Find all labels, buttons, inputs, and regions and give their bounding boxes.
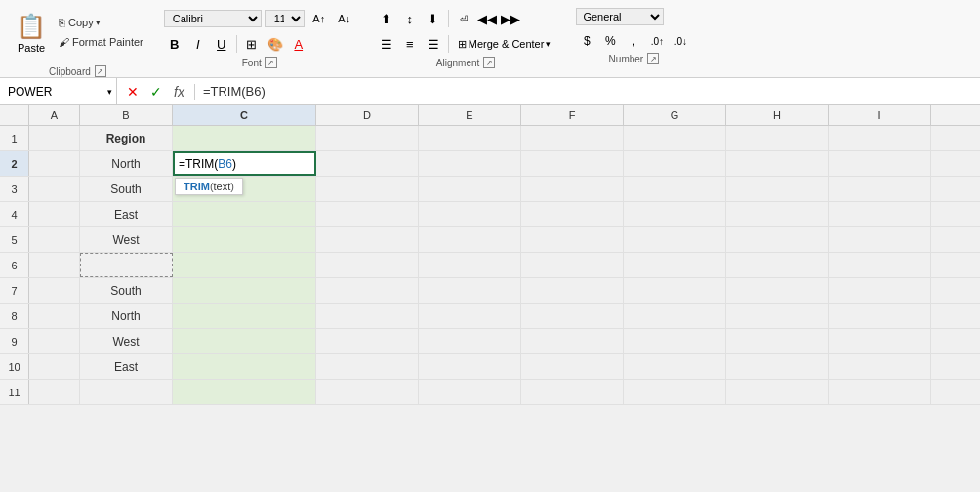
cell-c11[interactable] bbox=[173, 380, 316, 404]
cell-h5[interactable] bbox=[726, 227, 829, 252]
row-header-10[interactable]: 10 bbox=[0, 354, 29, 379]
cell-d6[interactable] bbox=[316, 253, 419, 277]
cell-f1[interactable] bbox=[521, 126, 624, 150]
cell-a11[interactable] bbox=[29, 380, 80, 404]
cell-g11[interactable] bbox=[624, 380, 726, 404]
cell-a7[interactable] bbox=[29, 278, 80, 303]
cell-a3[interactable] bbox=[29, 177, 80, 201]
cell-b5[interactable]: West bbox=[80, 227, 173, 252]
cell-f3[interactable] bbox=[521, 177, 624, 201]
cell-c1[interactable] bbox=[173, 126, 316, 150]
cell-i11[interactable] bbox=[829, 380, 931, 404]
cell-i6[interactable] bbox=[829, 253, 931, 277]
indent-right-btn[interactable]: ▶▶ bbox=[500, 8, 521, 29]
cell-d5[interactable] bbox=[316, 227, 419, 252]
cell-a1[interactable] bbox=[29, 126, 80, 150]
cell-e11[interactable] bbox=[419, 380, 521, 404]
cell-g8[interactable] bbox=[624, 304, 726, 328]
cell-c9[interactable] bbox=[173, 329, 316, 353]
formula-input[interactable] bbox=[195, 84, 980, 99]
cell-e10[interactable] bbox=[419, 354, 521, 379]
cell-c8[interactable] bbox=[173, 304, 316, 328]
copy-button[interactable]: ⎘ Copy ▾ bbox=[55, 15, 147, 30]
cell-i9[interactable] bbox=[829, 329, 931, 353]
cell-e1[interactable] bbox=[419, 126, 521, 150]
cell-g1[interactable] bbox=[624, 126, 726, 150]
cell-b6[interactable] bbox=[80, 253, 173, 277]
font-name-select[interactable]: Calibri bbox=[164, 10, 262, 27]
cell-g10[interactable] bbox=[624, 354, 726, 379]
cell-d1[interactable] bbox=[316, 126, 419, 150]
cell-f11[interactable] bbox=[521, 380, 624, 404]
cell-h10[interactable] bbox=[726, 354, 829, 379]
cell-e4[interactable] bbox=[419, 202, 521, 226]
align-middle-btn[interactable]: ↕ bbox=[399, 8, 421, 29]
cell-f9[interactable] bbox=[521, 329, 624, 353]
increase-decimal-btn[interactable]: .0↑ bbox=[646, 31, 668, 51]
cell-d3[interactable] bbox=[316, 177, 419, 201]
cell-i8[interactable] bbox=[829, 304, 931, 328]
row-header-8[interactable]: 8 bbox=[0, 304, 29, 328]
cell-f6[interactable] bbox=[521, 253, 624, 277]
row-header-1[interactable]: 1 bbox=[0, 126, 29, 150]
cell-f8[interactable] bbox=[521, 304, 624, 328]
cell-g6[interactable] bbox=[624, 253, 726, 277]
cell-h6[interactable] bbox=[726, 253, 829, 277]
cell-d11[interactable] bbox=[316, 380, 419, 404]
col-header-f[interactable]: F bbox=[521, 105, 624, 125]
cell-b10[interactable]: East bbox=[80, 354, 173, 379]
col-header-i[interactable]: I bbox=[829, 105, 931, 125]
cell-f4[interactable] bbox=[521, 202, 624, 226]
cell-a5[interactable] bbox=[29, 227, 80, 252]
cell-a8[interactable] bbox=[29, 304, 80, 328]
number-dialog-launcher[interactable]: ↗ bbox=[647, 53, 659, 64]
format-painter-button[interactable]: 🖌 Format Painter bbox=[55, 34, 147, 50]
cell-a2[interactable] bbox=[29, 151, 80, 176]
cell-d8[interactable] bbox=[316, 304, 419, 328]
cell-h9[interactable] bbox=[726, 329, 829, 353]
cell-c10[interactable] bbox=[173, 354, 316, 379]
merge-center-dropdown-icon[interactable]: ▾ bbox=[546, 39, 551, 49]
currency-btn[interactable]: $ bbox=[576, 31, 597, 51]
cell-d7[interactable] bbox=[316, 278, 419, 303]
comma-btn[interactable]: , bbox=[623, 31, 644, 51]
col-header-a[interactable]: A bbox=[29, 105, 80, 125]
merge-center-button[interactable]: ⊞ Merge & Center ▾ bbox=[453, 35, 556, 54]
copy-dropdown-icon[interactable]: ▾ bbox=[96, 18, 101, 27]
row-header-11[interactable]: 11 bbox=[0, 380, 29, 404]
cell-a6[interactable] bbox=[29, 253, 80, 277]
cell-e8[interactable] bbox=[419, 304, 521, 328]
cell-d9[interactable] bbox=[316, 329, 419, 353]
cell-d2[interactable] bbox=[316, 151, 419, 176]
cell-c2[interactable]: =TRIM(B6) TRIM(text) bbox=[173, 151, 316, 176]
cell-h11[interactable] bbox=[726, 380, 829, 404]
cell-b7[interactable]: South bbox=[80, 278, 173, 303]
cell-f5[interactable] bbox=[521, 227, 624, 252]
col-header-b[interactable]: B bbox=[80, 105, 173, 125]
cell-b9[interactable]: West bbox=[80, 329, 173, 353]
name-box[interactable] bbox=[0, 78, 107, 104]
name-box-dropdown-icon[interactable]: ▾ bbox=[107, 87, 116, 97]
row-header-2[interactable]: 2 bbox=[0, 151, 29, 176]
cell-a4[interactable] bbox=[29, 202, 80, 226]
cell-h3[interactable] bbox=[726, 177, 829, 201]
font-size-select[interactable]: 11 bbox=[265, 10, 305, 27]
cell-c7[interactable] bbox=[173, 278, 316, 303]
col-header-g[interactable]: G bbox=[624, 105, 726, 125]
cell-f10[interactable] bbox=[521, 354, 624, 379]
cell-a10[interactable] bbox=[29, 354, 80, 379]
paste-button[interactable]: 📋 Paste bbox=[8, 4, 55, 60]
increase-font-btn[interactable]: A↑ bbox=[308, 8, 330, 29]
cell-i7[interactable] bbox=[829, 278, 931, 303]
cell-h8[interactable] bbox=[726, 304, 829, 328]
cell-e6[interactable] bbox=[419, 253, 521, 277]
col-header-e[interactable]: E bbox=[419, 105, 521, 125]
cell-i5[interactable] bbox=[829, 227, 931, 252]
col-header-d[interactable]: D bbox=[316, 105, 419, 125]
decrease-decimal-btn[interactable]: .0↓ bbox=[670, 31, 691, 51]
cell-i1[interactable] bbox=[829, 126, 931, 150]
cell-f7[interactable] bbox=[521, 278, 624, 303]
cell-i10[interactable] bbox=[829, 354, 931, 379]
row-header-6[interactable]: 6 bbox=[0, 253, 29, 277]
italic-button[interactable]: I bbox=[187, 33, 209, 55]
